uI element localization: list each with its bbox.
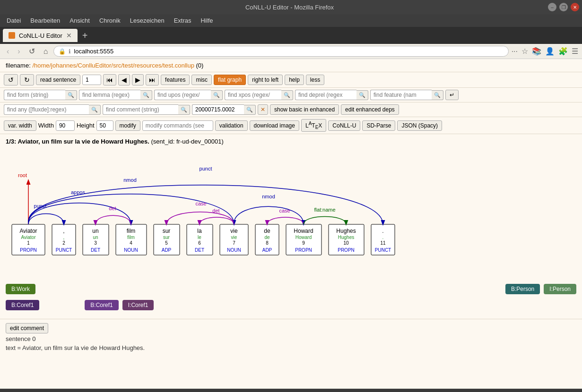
width-input[interactable] <box>56 120 75 131</box>
right-to-left-button[interactable]: right to left <box>248 75 283 85</box>
help-button[interactable]: help <box>285 75 304 85</box>
word-9[interactable]: Howard Howard 9 PROPN <box>286 224 321 255</box>
timestamp-input[interactable] <box>192 104 244 115</box>
find-upos-search-button[interactable]: 🔍 <box>211 90 223 100</box>
svg-text:un: un <box>92 228 98 234</box>
flat-graph-button[interactable]: flat graph <box>214 75 246 85</box>
edit-enhanced-button[interactable]: edit enhanced deps <box>341 104 399 115</box>
entity-badge-iperson[interactable]: I:Person <box>544 284 576 294</box>
url-bar[interactable]: 🔒 ℹ localhost:5555 <box>53 46 508 57</box>
svg-text:PROPN: PROPN <box>20 247 37 253</box>
find-any-input[interactable] <box>4 104 89 115</box>
find-feature-search-button[interactable]: 🔍 <box>432 90 443 100</box>
menu-ansicht[interactable]: Ansicht <box>65 15 95 26</box>
word-2[interactable]: , , 2 PUNCT <box>52 224 76 255</box>
word-3[interactable]: un un 3 DET <box>83 224 109 255</box>
bookmark-button[interactable]: ☆ <box>521 47 528 56</box>
library-button[interactable]: 📚 <box>532 47 541 56</box>
first-button[interactable]: ⏮ <box>103 74 116 85</box>
word-11[interactable]: . . 11 PUNCT <box>371 224 395 255</box>
close-button[interactable]: ✕ <box>571 3 579 11</box>
menu-hilfe[interactable]: Hilfe <box>196 15 218 26</box>
validation-button[interactable]: validation <box>215 120 248 131</box>
menu-datei[interactable]: Datei <box>2 15 26 26</box>
find-any-search-button[interactable]: 🔍 <box>89 105 101 115</box>
word-4[interactable]: film film 4 NOUN <box>116 224 147 255</box>
find-lemma-search-button[interactable]: 🔍 <box>140 90 152 100</box>
sentence-number-input[interactable] <box>82 75 101 85</box>
find-deprel-input[interactable] <box>295 90 356 100</box>
menu-button[interactable]: ☰ <box>572 47 578 56</box>
svg-text:nmod: nmod <box>123 177 137 183</box>
download-image-button[interactable]: download image <box>250 120 299 131</box>
extensions-button[interactable]: 🧩 <box>558 47 568 56</box>
less-button[interactable]: less <box>306 75 324 85</box>
svg-text:.: . <box>382 235 384 240</box>
next-button[interactable]: ▶ <box>132 74 144 85</box>
sd-parse-button[interactable]: SD-Parse <box>362 120 395 131</box>
find-xpos-input[interactable] <box>225 90 281 100</box>
edit-comment-button[interactable]: edit comment <box>6 323 48 333</box>
clear-timestamp-button[interactable]: ✕ <box>258 104 268 115</box>
word-5[interactable]: sur sur 5 ADP <box>154 224 180 255</box>
timestamp-search-button[interactable]: 🔍 <box>244 105 256 115</box>
home-button[interactable]: ⌂ <box>41 46 51 57</box>
last-button[interactable]: ⏭ <box>146 74 159 85</box>
menu-lesezeichen[interactable]: Lesezeichen <box>125 15 169 26</box>
conllu-button[interactable]: CoNLL-U <box>328 120 360 131</box>
minimize-button[interactable]: – <box>548 3 556 11</box>
var-width-button[interactable]: var. width <box>4 120 36 131</box>
more-button[interactable]: ··· <box>512 47 518 56</box>
find-form-input[interactable] <box>4 90 65 100</box>
word-8[interactable]: de de 8 ADP <box>255 224 279 255</box>
find-upos-group: 🔍 <box>154 90 223 100</box>
find-form-search-button[interactable]: 🔍 <box>65 90 77 100</box>
find-deprel-search-button[interactable]: 🔍 <box>356 90 368 100</box>
find-xpos-search-button[interactable]: 🔍 <box>281 90 293 100</box>
reload-button[interactable]: ↺ <box>26 46 38 57</box>
misc-button[interactable]: misc <box>191 75 212 85</box>
find-lemma-input[interactable] <box>79 90 140 100</box>
latex-button[interactable]: LATEX <box>301 119 326 132</box>
menu-bearbeiten[interactable]: Bearbeiten <box>26 15 65 26</box>
account-button[interactable]: 👤 <box>545 47 555 56</box>
word-10[interactable]: Hughes Hughes 10 PROPN <box>329 224 364 255</box>
redo-button[interactable]: ↻ <box>20 74 34 85</box>
word-1[interactable]: Aviator Aviator 1 PROPN <box>12 224 45 255</box>
find-comment-input[interactable] <box>103 104 178 115</box>
graph-area: Aviator Aviator 1 PROPN , , 2 PUNCT un u… <box>0 149 582 281</box>
modify-commands-input[interactable] <box>142 120 213 131</box>
entity-badge-icoref1[interactable]: I:Coref1 <box>122 300 154 310</box>
entity-badge-bcoref1-dark[interactable]: B:Coref1 <box>6 300 39 310</box>
entity-badge-bperson[interactable]: B:Person <box>505 284 540 294</box>
menu-extras[interactable]: Extras <box>169 15 196 26</box>
word-7[interactable]: vie vie 7 NOUN <box>220 224 248 255</box>
new-tab-button[interactable]: + <box>78 30 92 41</box>
read-sentence-button[interactable]: read sentence <box>36 75 80 85</box>
show-basic-button[interactable]: show basic in enhanced <box>270 104 339 115</box>
entity-badge-bcoref1-purple[interactable]: B:Coref1 <box>85 300 118 310</box>
find-comment-search-button[interactable]: 🔍 <box>178 105 190 115</box>
find-feature-input[interactable] <box>370 90 432 100</box>
back-button[interactable]: ‹ <box>4 46 12 57</box>
entity-badge-bwork[interactable]: B:Work <box>6 284 35 294</box>
filename-path: /home/johannes/ConlluEditor/src/test/res… <box>32 62 194 69</box>
maximize-button[interactable]: ❐ <box>559 3 568 11</box>
svg-text:sur: sur <box>163 235 170 240</box>
menu-chronik[interactable]: Chronik <box>95 15 125 26</box>
features-button[interactable]: features <box>161 75 190 85</box>
enter-button[interactable]: ↵ <box>445 90 459 100</box>
undo-button[interactable]: ↺ <box>4 74 18 85</box>
svg-text:PUNCT: PUNCT <box>375 247 391 253</box>
active-tab[interactable]: CoNLL-U Editor ✕ <box>3 29 78 42</box>
tab-close-button[interactable]: ✕ <box>66 32 72 39</box>
find-upos-input[interactable] <box>154 90 211 100</box>
word-6[interactable]: la le 6 DET <box>187 224 213 255</box>
prev-button[interactable]: ◀ <box>118 74 130 85</box>
json-spacy-button[interactable]: JSON (Spacy) <box>397 120 442 131</box>
forward-button[interactable]: › <box>15 46 23 57</box>
svg-text:.: . <box>382 228 383 234</box>
height-input[interactable] <box>96 120 113 131</box>
modify-button[interactable]: modify <box>115 120 140 131</box>
svg-text:root: root <box>18 172 27 178</box>
